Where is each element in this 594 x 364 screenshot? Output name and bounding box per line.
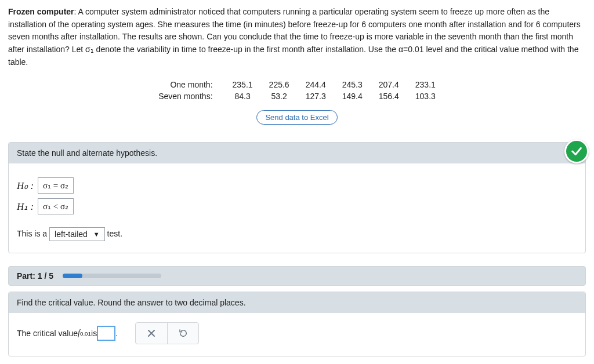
send-to-excel-button[interactable]: Send data to Excel xyxy=(256,110,337,125)
panel-header: State the null and alternate hypothesis. xyxy=(9,143,585,163)
input-actions xyxy=(135,322,199,344)
tail-select[interactable]: left-tailed ▼ xyxy=(49,227,105,241)
problem-statement: Frozen computer: A computer system admin… xyxy=(8,6,586,68)
cell: 235.1 xyxy=(224,79,261,90)
cell: 53.2 xyxy=(261,90,298,102)
cell: 127.3 xyxy=(298,90,334,102)
h1-value[interactable]: σ₁ < σ₂ xyxy=(38,198,74,214)
cell: 245.3 xyxy=(334,79,371,90)
close-icon xyxy=(147,329,156,338)
tail-prefix: This is a xyxy=(17,229,49,238)
problem-title: Frozen computer xyxy=(8,7,74,16)
cell: 233.1 xyxy=(407,79,444,90)
progress-fill xyxy=(63,274,82,278)
reset-button[interactable] xyxy=(167,323,198,344)
part-progress-bar: Part: 1 / 5 xyxy=(8,266,586,286)
cell: 84.3 xyxy=(224,90,261,102)
critical-value-input[interactable] xyxy=(97,326,115,341)
cell: 225.6 xyxy=(261,79,298,90)
cell: 207.4 xyxy=(371,79,407,90)
h1-label: H₁ : xyxy=(17,201,34,213)
data-block: One month: 235.1 225.6 244.4 245.3 207.4… xyxy=(8,79,586,125)
h0-value[interactable]: σ₁ = σ₂ xyxy=(38,177,74,194)
row-label-2: Seven months: xyxy=(150,90,224,102)
chevron-down-icon: ▼ xyxy=(93,231,100,238)
tail-suffix: test. xyxy=(107,229,122,238)
table-row: Seven months: 84.3 53.2 127.3 149.4 156.… xyxy=(150,90,444,102)
progress-track xyxy=(63,274,161,278)
hypothesis-panel: State the null and alternate hypothesis.… xyxy=(8,142,586,253)
cell: 244.4 xyxy=(298,79,334,90)
data-table: One month: 235.1 225.6 244.4 245.3 207.4… xyxy=(150,79,444,102)
f-subscript: 0.01 xyxy=(80,330,91,337)
cell: 103.3 xyxy=(407,90,444,102)
part-label: Part: 1 / 5 xyxy=(17,271,53,281)
row-label-1: One month: xyxy=(150,79,224,90)
table-row: One month: 235.1 225.6 244.4 245.3 207.4… xyxy=(150,79,444,90)
clear-button[interactable] xyxy=(136,323,167,344)
tail-select-value: left-tailed xyxy=(55,230,88,239)
h0-label: H₀ : xyxy=(17,180,34,192)
crit-sentence-prefix: The critical value xyxy=(17,329,78,338)
problem-body: : A computer system administrator notice… xyxy=(8,7,581,67)
crit-sentence-mid: is xyxy=(91,329,97,338)
critical-value-panel: Find the critical value. Round the answe… xyxy=(8,292,586,356)
cell: 149.4 xyxy=(334,90,371,102)
crit-sentence-suffix: . xyxy=(115,329,118,338)
cell: 156.4 xyxy=(371,90,407,102)
panel-header: Find the critical value. Round the answe… xyxy=(9,292,585,313)
undo-icon xyxy=(178,328,189,338)
